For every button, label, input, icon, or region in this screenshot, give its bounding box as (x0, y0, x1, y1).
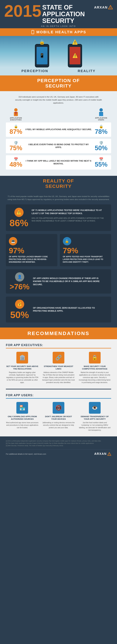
svg-marker-12 (99, 113, 103, 116)
exec-rec-2: 🔗 STRENGTHEN YOUR WEAKEST LINKS Address … (42, 352, 75, 384)
reality-banner-text: REALITY OF (3, 178, 114, 184)
reality-intro: 71 of the most popular mobile health app… (6, 195, 111, 201)
exec-label: APPLICATION EXECUTIVES (8, 108, 24, 121)
footer-logo-text: ARXAN (94, 452, 107, 456)
stat50-pct: 50% (10, 310, 29, 320)
stat-86-block: ⚠️ 86% OF 71 MOBILE APPLICATIONS TESTED … (6, 204, 111, 231)
stat97-block: 💻 97% OF APPS TESTED LACKED BINARY CODE … (6, 234, 57, 266)
stat97-text: OF APPS TESTED LACKED BINARY CODE PROTEC… (9, 255, 54, 263)
perception-content: 318 individuals were surveyed in the US,… (0, 91, 117, 176)
exec-person-icon (12, 108, 19, 117)
header-title-line2: APPLICATION (42, 10, 85, 18)
header-title-line3: SECURITY (42, 17, 74, 24)
exec-rec-1-desc: Regulatory bodies are lagging cyber crim… (6, 371, 39, 384)
rec-users-label: FOR APP USERS: (6, 394, 111, 398)
topic-banner: MOBILE HEALTH APPS (0, 28, 117, 36)
svg-point-10 (100, 108, 103, 112)
exec-label-text: APPLICATION EXECUTIVES (8, 117, 24, 121)
stat-row-2: 🛡️ 75% I BELIEVE EVERYTHING IS BEING DON… (6, 139, 111, 153)
exec-rec-1: 🏛️ SET YOUR SECURITY BAR ABOVE THE REGUL… (6, 352, 39, 384)
stat50-block: 💰 50% OF ORGANIZATIONS HAVE ZERO BUDGET … (6, 296, 111, 322)
user-rec-1: 🏪 ONLY DOWNLOAD APPS FROM AUTHORIZED SOU… (6, 402, 39, 432)
footer-bottom: For additional details & full report, vi… (6, 450, 111, 456)
left-phone: 🔒 📱 (35, 39, 49, 68)
exec-rec-3: 🔒 MAKE SECURITY YOUR COMPETITIVE ADVANTA… (78, 352, 111, 384)
user-rec-1-desc: Most authorized app stores have processe… (6, 421, 39, 429)
footer-cta: For additional details & full report, vi… (6, 453, 46, 455)
footer-arxan-icon (108, 452, 111, 456)
perception-banner-text: PERCEPTION OF (3, 78, 114, 83)
exec-rec-3-title: MAKE SECURITY YOUR COMPETITIVE ADVANTAGE (78, 365, 111, 370)
user-label-text: APPLICATION USERS (93, 117, 110, 121)
section-divider (6, 389, 111, 390)
rec-executives-label: FOR APP EXECUTIVES: (6, 344, 111, 348)
recommendations-content: FOR APP EXECUTIVES: 🏛️ SET YOUR SECURITY… (0, 339, 117, 436)
header-subtitle: AN IN-DEPTH LOOK INTO (0, 24, 117, 28)
exec-rec-2-desc: Address elements of the OWASP Mobile Top… (42, 371, 75, 384)
stat-row-3: 📅 48% I THINK MY APP WILL LIKELY BE HACK… (6, 155, 111, 170)
svg-rect-4 (32, 30, 33, 31)
stat-row-1: 🔒 87% I FEEL MY MOBILE APPLICATIONS ARE … (6, 122, 111, 137)
mobile-icon (31, 30, 35, 34)
stat50-text: OF ORGANIZATIONS HAVE ZERO BUDGET ALLOCA… (33, 306, 108, 312)
footnotes: [1] M3 is a third-party independent appl… (6, 440, 111, 447)
stat2-right-pct: 50% (95, 145, 108, 151)
reality-banner-text2: SECURITY (3, 184, 114, 189)
header: 2015 STATE OF APPLICATION SECURITY ARXAN (0, 0, 117, 24)
stat2-text: I BELIEVE EVERYTHING IS BEING DONE TO PR… (24, 143, 94, 149)
logo-text: ARXAN (94, 6, 108, 9)
survey-info: 318 individuals were surveyed in the US,… (15, 95, 102, 104)
user-rec-2-title: DON'T JAILBREAK OR ROOT YOUR DEVICES (42, 415, 75, 420)
user-label: APPLICATION USERS (93, 108, 110, 121)
footnote-3: [3] IBM Security / Ponemon study: The St… (6, 444, 111, 447)
exec-rec-3-desc: Market the strength of security to your … (78, 371, 111, 384)
stat76-text: OF APP USERS WOULD CHANGE PROVIDERS IF T… (33, 277, 108, 286)
stat79-block: 🔓 79% OF APPS TESTED HAD POOR TRANSPORT … (60, 234, 111, 266)
header-year: 2015 (4, 3, 41, 18)
stat86-text: OF 71 MOBILE APPLICATIONS TESTED WERE VU… (32, 208, 108, 215)
reality-content: 71 of the most popular mobile health app… (0, 192, 117, 328)
stat3-text: I THINK MY APP WILL LIKELY BE HACKED WIT… (24, 160, 94, 165)
footer: [1] M3 is a third-party independent appl… (0, 436, 117, 459)
user-rec-2: 📵 DON'T JAILBREAK OR ROOT YOUR DEVICES J… (42, 402, 75, 432)
stat3-left-pct: 48% (10, 161, 22, 168)
reality-banner: REALITY OF SECURITY (0, 176, 117, 192)
footnote-2: [2] The Open Web Application Security Pr… (6, 442, 111, 444)
header-logo-block: ARXAN (94, 3, 113, 10)
topic-text: MOBILE HEALTH APPS (36, 30, 86, 34)
svg-point-5 (32, 33, 33, 34)
user-rec-3-desc: Just like food nutrition labels and 'con… (78, 421, 111, 432)
stat86-subtext: 84% OF FDA-APPROVED APPS AND 80% OF APPS… (32, 217, 108, 222)
user-rec-3: 👁️ DEMAND TRANSPARENCY OF YOUR APP'S SEC… (78, 402, 111, 432)
user-rec-1-title: ONLY DOWNLOAD APPS FROM AUTHORIZED SOURC… (6, 415, 39, 420)
users-grid: 🏪 ONLY DOWNLOAD APPS FROM AUTHORIZED SOU… (6, 402, 111, 432)
stat79-text: OF APPS TESTED HAD POOR TRANSPORT LAYER … (63, 255, 108, 263)
stat2-left-pct: 75% (10, 145, 22, 151)
stat86-pct: 86% (10, 218, 28, 228)
exec-user-row: APPLICATION EXECUTIVES APPLICATION USERS (6, 108, 111, 121)
two-col-row: 💻 97% OF APPS TESTED LACKED BINARY CODE … (6, 234, 111, 266)
header-title-line1: STATE OF (42, 4, 72, 11)
perception-banner-text2: SECURITY (3, 83, 114, 89)
exec-rec-2-title: STRENGTHEN YOUR WEAKEST LINKS (42, 365, 75, 370)
perception-reality-labels: PERCEPTION REALITY (0, 68, 117, 76)
svg-point-15 (109, 455, 110, 455)
user-person-icon (98, 108, 104, 117)
stat79-pct: 79% (63, 247, 108, 254)
arxan-logo-icon (108, 5, 113, 10)
perception-label: PERCEPTION (22, 69, 48, 73)
svg-point-2 (110, 8, 111, 9)
right-phone: ⚠️ ⚠️ (68, 39, 82, 68)
stat76-pct: >76% (10, 283, 30, 290)
reality-label: REALITY (78, 69, 96, 73)
svg-point-6 (14, 108, 18, 112)
stat1-text: I FEEL MY MOBILE APPLICATIONS ARE ADEQUA… (24, 128, 94, 131)
user-rec-2-desc: Jailbreaking or rooting devices removes … (42, 421, 75, 429)
footnote-1: [1] M3 is a third-party independent appl… (6, 440, 111, 442)
stat3-right-pct: 55% (95, 161, 108, 168)
executives-grid: 🏛️ SET YOUR SECURITY BAR ABOVE THE REGUL… (6, 352, 111, 384)
header-title-block: STATE OF APPLICATION SECURITY (41, 3, 94, 24)
recommendations-title: RECOMMENDATIONS (28, 330, 90, 336)
phones-section: 🔒 📱 ⚠️ ⚠️ (0, 36, 117, 68)
user-rec-3-title: DEMAND TRANSPARENCY OF YOUR APP'S SECURI… (78, 415, 111, 420)
